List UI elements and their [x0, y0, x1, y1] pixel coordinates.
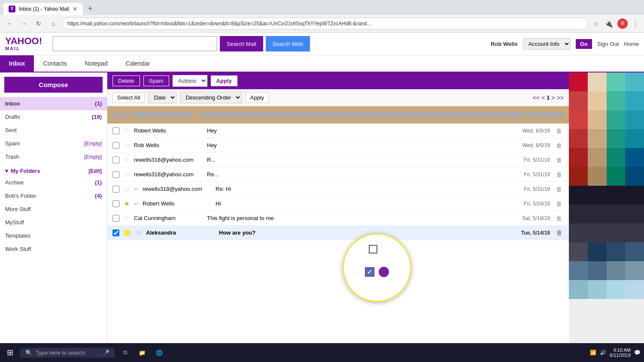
search-web-button[interactable]: Search Web [266, 36, 310, 51]
content-area: Delete Spam Actions Apply Select All Dat… [107, 72, 569, 362]
tab-contacts[interactable]: Contacts [34, 55, 76, 72]
sidebar-item-mystuff[interactable]: MyStuff [0, 216, 107, 229]
email-subject: Re: Hi [216, 186, 503, 192]
email-row[interactable]: ☆ ↩ rewells318@yahoo.com Re: Hi Fri, 5/3… [107, 182, 569, 196]
page-last-button[interactable]: >> [557, 94, 564, 101]
extensions-icon[interactable]: 🔌 [603, 20, 615, 28]
email-delete-icon[interactable]: 🗑 [554, 171, 564, 178]
sidebar-item-archive[interactable]: Archive (1) [0, 176, 107, 189]
zoom-purple-circle [379, 267, 389, 277]
my-folders-edit[interactable]: [Edit] [88, 168, 102, 174]
email-sender: rewells318@yahoo.com [134, 171, 203, 178]
color-swatch [588, 280, 607, 299]
sign-out-link[interactable]: Sign Out [597, 41, 619, 47]
email-checkbox[interactable] [112, 229, 119, 236]
compose-button[interactable]: Compose [4, 77, 103, 93]
account-info-select[interactable]: Account Info [523, 38, 571, 50]
email-row[interactable]: ☆ Robert Wells Hey Wed, 6/5/19 🗑 [107, 124, 569, 138]
home-link[interactable]: Home [624, 41, 639, 47]
sidebar-item-more-stuff[interactable]: More Stuff [0, 202, 107, 216]
page-prev-button[interactable]: < [541, 94, 545, 101]
reload-button[interactable]: ↻ [33, 18, 45, 30]
forward-button[interactable]: → [18, 18, 30, 30]
select-all-button[interactable]: Select All [112, 92, 145, 103]
email-row[interactable]: ☆ rewells318@yahoo.com Re... Fri, 5/31/1… [107, 167, 569, 182]
go-button[interactable]: Go [576, 39, 592, 49]
task-view-button[interactable]: ⧉ [118, 346, 132, 359]
email-sender: Robert Wells [143, 200, 211, 207]
date-select[interactable]: Date [148, 92, 176, 103]
email-checkbox[interactable] [112, 215, 119, 222]
sidebar-bobs-folder-badge: (4) [95, 193, 102, 199]
menu-icon[interactable]: ⋮ [630, 20, 641, 28]
email-checkbox[interactable] [112, 200, 119, 207]
tab-inbox[interactable]: Inbox [0, 55, 34, 72]
profile-icon[interactable]: R [617, 18, 628, 29]
email-delete-icon[interactable]: 🗑 [554, 200, 564, 207]
email-star-icon[interactable]: ☆ [124, 141, 130, 149]
email-checkbox[interactable] [112, 171, 119, 178]
tab-close-button[interactable]: ✕ [73, 6, 78, 12]
email-delete-icon[interactable]: 🗑 [554, 157, 564, 163]
email-star-icon[interactable]: ☆ [136, 229, 142, 237]
sidebar-item-drafts[interactable]: Drafts (19) [0, 110, 107, 124]
color-swatch [588, 242, 607, 261]
apply-button[interactable]: Apply [211, 75, 237, 86]
email-star-icon[interactable]: ☆ [124, 156, 130, 164]
email-row[interactable]: ☆ Cal Cunningham This fight is personal … [107, 211, 569, 226]
email-row[interactable]: ☆ rewells318@yahoo.com R... Fri, 5/31/19… [107, 153, 569, 167]
email-delete-icon[interactable]: 🗑 [554, 186, 564, 193]
page-next-button[interactable]: > [551, 94, 555, 101]
email-checkbox[interactable] [112, 186, 119, 193]
delete-button[interactable]: Delete [112, 75, 140, 86]
email-checkbox[interactable] [112, 157, 119, 163]
back-button[interactable]: ← [3, 18, 15, 30]
sidebar-item-work-stuff[interactable]: Work Stuff [0, 242, 107, 256]
col-checkbox [112, 112, 119, 118]
sidebar-item-trash[interactable]: Trash [Empty] [0, 150, 107, 163]
email-delete-icon[interactable]: 🗑 [554, 215, 564, 222]
sidebar-item-sent[interactable]: Sent [0, 124, 107, 137]
email-row[interactable]: ★ ↩ Robert Wells Hi Fri, 5/24/19 🗑 [107, 196, 569, 211]
email-checkbox[interactable] [112, 142, 119, 149]
sidebar-my-folders[interactable]: ▾ My Folders [Edit] [0, 163, 107, 176]
search-mail-button[interactable]: Search Mail [220, 36, 263, 51]
actions-select[interactable]: Actions [173, 75, 207, 87]
file-explorer-icon[interactable]: 📁 [135, 346, 149, 359]
chrome-icon[interactable]: 🌐 [152, 346, 166, 359]
sidebar-item-templates[interactable]: Templates [0, 229, 107, 242]
bookmark-icon[interactable]: ☆ [591, 20, 600, 28]
spam-button[interactable]: Spam [143, 75, 169, 86]
start-button[interactable]: ⊞ [3, 346, 17, 359]
color-swatch [625, 205, 644, 223]
new-tab-button[interactable]: + [85, 3, 96, 15]
active-tab[interactable]: Y Inbox (1) - Yahoo Mail ✕ [3, 3, 83, 15]
search-input[interactable] [52, 36, 217, 51]
email-star-icon[interactable]: ☆ [124, 185, 130, 193]
page-first-button[interactable]: << [533, 94, 540, 101]
email-star-icon[interactable]: ★ [124, 199, 130, 208]
email-delete-icon[interactable]: 🗑 [554, 142, 564, 149]
yahoo-logo[interactable]: YAHOO! MAIL [5, 36, 42, 51]
email-row[interactable]: ☆ Rob Wells Hey Wed, 6/5/19 🗑 [107, 138, 569, 153]
email-delete-icon[interactable]: 🗑 [554, 229, 564, 236]
email-star-icon[interactable]: ☆ [124, 170, 130, 178]
sidebar-trash-empty[interactable]: [Empty] [84, 154, 102, 160]
sidebar-item-spam[interactable]: Spam [Empty] [0, 137, 107, 150]
order-select[interactable]: Descending Order [180, 92, 242, 103]
email-star-icon[interactable]: ☆ [124, 127, 130, 135]
email-delete-icon[interactable]: 🗑 [554, 127, 564, 134]
url-bar[interactable] [62, 18, 588, 30]
apply-filter-button[interactable]: Apply [245, 92, 269, 103]
sidebar-spam-empty[interactable]: [Empty] [84, 141, 102, 147]
taskbar-search[interactable]: 🔍 Type here to search 🎤 [20, 348, 115, 358]
email-checkbox[interactable] [112, 127, 119, 134]
email-row[interactable]: ☆ Aleksandra How are you? Tue, 5/14/19 🗑 [107, 226, 569, 240]
home-button[interactable]: ⌂ [47, 18, 59, 30]
tab-notepad[interactable]: Notepad [76, 55, 117, 72]
browser-controls: ← → ↻ ⌂ ☆ 🔌 R ⋮ [0, 15, 644, 33]
sidebar-item-bobs-folder[interactable]: Bob's Folder (4) [0, 189, 107, 202]
sidebar-item-inbox[interactable]: Inbox (1) [0, 97, 107, 110]
tab-calendar[interactable]: Calendar [117, 55, 159, 72]
email-star-icon[interactable]: ☆ [124, 214, 130, 222]
